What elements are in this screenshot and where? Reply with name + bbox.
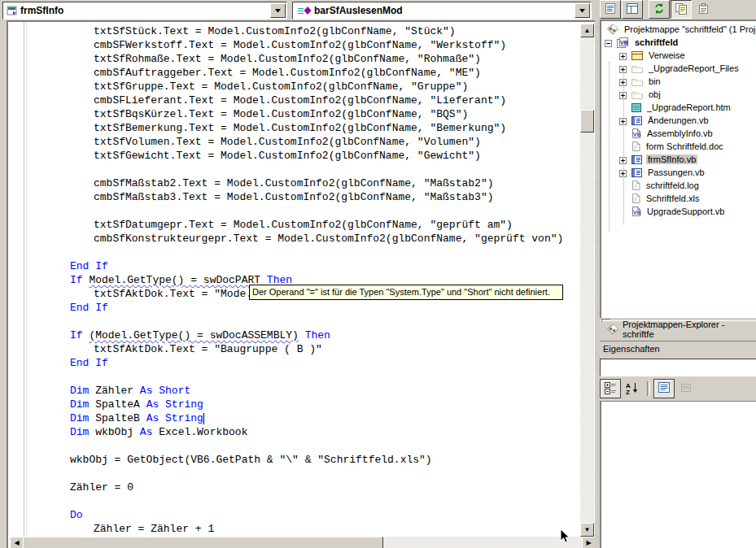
code-line[interactable]: txtSfBqsKürzel.Text = Model.CustomInfo2(… (28, 107, 579, 121)
code-line[interactable]: Do (28, 508, 579, 522)
alphabetical-button[interactable]: AZ (623, 380, 642, 398)
ide-window: frmSfInfo barSfAuslesenMod txtSfStück.Te… (0, 0, 756, 548)
expander-plus-icon[interactable] (619, 52, 627, 59)
code-line[interactable]: txtSfDatumgepr.Text = Model.CustomInfo2(… (28, 218, 579, 232)
code-line[interactable] (28, 204, 579, 218)
properties-grid[interactable] (600, 401, 756, 548)
code-line[interactable]: cmbSfAuftraggeber.Text = Model.CustomInf… (28, 66, 579, 80)
svg-text:Z: Z (626, 389, 630, 394)
solution-icon (606, 24, 619, 35)
code-line[interactable]: cmbSfKonstrukteurgepr.Text = Model.Custo… (28, 232, 579, 246)
folder-icon (631, 76, 644, 87)
code-line[interactable]: txtSfAktDok.Text = "Baugruppe ( B )" (28, 342, 579, 356)
code-line[interactable]: txtSfVolumen.Text = Model.CustomInfo2(gl… (28, 135, 579, 149)
refresh-button[interactable] (649, 0, 670, 19)
code-line[interactable]: txtSfGruppe.Text = Model.CustomInfo2(glb… (28, 80, 579, 94)
tree-item[interactable]: _UpgradeReport.htm (601, 101, 756, 114)
show-all-files-button[interactable] (671, 0, 692, 19)
code-line[interactable]: Dim Zähler As Short (28, 384, 579, 398)
tree-item[interactable]: schriftfeld.log (601, 179, 756, 192)
object-dropdown-value: frmSfInfo (20, 5, 63, 16)
tree-item[interactable]: Projektmappe "schriftfeld" (1 Proje (601, 23, 756, 36)
references-icon (631, 50, 644, 61)
vb-project-icon: VB (616, 37, 630, 49)
code-line[interactable] (28, 163, 579, 176)
property-list-button[interactable] (653, 379, 675, 398)
expander-plus-icon[interactable] (619, 169, 627, 176)
tree-item[interactable]: bin (601, 75, 756, 88)
code-line[interactable]: txtSfGewicht.Text = Model.CustomInfo2(gl… (28, 149, 579, 163)
object-dropdown[interactable]: frmSfInfo (2, 2, 287, 20)
code-line[interactable]: txtSfRohmaße.Text = Model.CustomInfo2(gl… (28, 52, 579, 66)
tree-item[interactable]: VBUpgradeSupport.vb (601, 205, 756, 218)
code-line[interactable]: cmbSFLieferant.Text = Model.CustomInfo2(… (28, 94, 579, 107)
procedure-dropdown[interactable]: barSfAuslesenMod (292, 2, 592, 20)
horizontal-scroll-thumb[interactable] (23, 537, 383, 548)
tree-item-label: Verweise (647, 50, 687, 60)
tree-item[interactable]: Passungen.vb (601, 166, 756, 179)
expander-minus-icon[interactable] (605, 39, 612, 46)
code-line[interactable]: cmbSfMaßstab2.Text = Model.CustomInfo2(g… (28, 176, 579, 190)
tree-item[interactable]: form Schriftfeld.doc (601, 140, 756, 153)
code-line[interactable]: wkbObj = GetObject(VB6.GetPath & "\" & "… (28, 453, 579, 467)
tree-item[interactable]: frmSfInfo.vb (601, 153, 756, 166)
expander-plus-icon[interactable] (619, 65, 627, 72)
view-designer-icon (626, 2, 639, 16)
code-line[interactable]: Zähler = Zähler + 1 (28, 522, 579, 536)
code-line[interactable] (28, 370, 579, 384)
code-line[interactable]: End If (28, 259, 579, 273)
expander-plus-icon[interactable] (619, 78, 627, 85)
code-line[interactable] (28, 439, 579, 453)
scroll-down-button[interactable]: ▼ (580, 523, 594, 537)
code-line[interactable] (28, 467, 579, 481)
tree-item[interactable]: Änderungen.vb (601, 114, 756, 127)
categorized-button[interactable] (600, 379, 621, 398)
tree-item[interactable]: Verweise (601, 49, 756, 62)
vertical-scroll-thumb[interactable] (580, 110, 594, 133)
view-designer-button[interactable] (622, 0, 643, 19)
code-line[interactable]: Dim wkbObj As Excel.Workbook (28, 425, 579, 439)
horizontal-scrollbar[interactable]: ◀ ▶ (10, 537, 596, 548)
tree-item-label: UpgradeSupport.vb (645, 207, 726, 216)
code-area[interactable]: txtSfStück.Text = Model.CustomInfo2(glbC… (28, 24, 579, 537)
scroll-up-button[interactable]: ▲ (580, 24, 594, 37)
solution-tree[interactable]: Projektmappe "schriftfeld" (1 ProjeVBsch… (600, 20, 756, 318)
code-line[interactable]: End If (28, 356, 579, 370)
scroll-right-button[interactable]: ▶ (582, 537, 596, 548)
mouse-cursor (560, 528, 570, 546)
code-line[interactable]: txtSfBemerkung.Text = Model.CustomInfo2(… (28, 121, 579, 135)
property-pages-button[interactable] (676, 380, 696, 398)
code-line[interactable]: cmbSfMaßstab3.Text = Model.CustomInfo2(g… (28, 190, 579, 204)
code-line[interactable]: End If (28, 301, 579, 315)
properties-object-selector[interactable] (600, 359, 756, 376)
expander-plus-icon[interactable] (619, 91, 627, 98)
folder-icon (631, 89, 644, 100)
scroll-left-button[interactable]: ◀ (10, 537, 24, 548)
tab-notch (601, 319, 610, 322)
procedure-dropdown-arrow-icon[interactable] (575, 3, 590, 18)
code-line[interactable]: cmbSFWerkstoff.Text = Model.CustomInfo2(… (28, 38, 579, 52)
categorized-icon (604, 381, 617, 396)
expander-plus-icon[interactable] (619, 156, 627, 163)
expander-plus-icon[interactable] (619, 117, 627, 124)
tree-item[interactable]: _UpgradeReport_Files (601, 62, 756, 75)
tree-item[interactable]: VBschriftfeld (601, 36, 756, 49)
svg-text:VB: VB (633, 210, 641, 215)
tree-item[interactable]: obj (601, 88, 756, 101)
code-line[interactable] (28, 315, 579, 328)
tree-item[interactable]: Schriftfeld.xls (601, 192, 756, 205)
solution-icon (606, 324, 619, 335)
code-line[interactable]: Dim SpalteB As String (28, 411, 579, 425)
tree-item[interactable]: VBAssemblyInfo.vb (601, 127, 756, 140)
code-line[interactable]: Dim SpalteA As String (28, 398, 579, 411)
properties-button[interactable] (693, 0, 714, 19)
code-line[interactable] (28, 494, 579, 508)
code-line[interactable]: Zähler = 0 (28, 481, 579, 494)
code-line[interactable]: If (Model.GetType() = swDocASSEMBLY) The… (28, 328, 579, 342)
code-line[interactable]: txtSfStück.Text = Model.CustomInfo2(glbC… (28, 24, 579, 38)
vertical-scrollbar[interactable]: ▲ ▼ (580, 24, 594, 537)
solution-explorer-tab[interactable]: Projektmappen-Explorer - schriftfe (600, 320, 756, 337)
object-dropdown-arrow-icon[interactable] (270, 3, 286, 18)
view-code-button[interactable] (600, 0, 621, 19)
code-line[interactable] (28, 246, 579, 259)
